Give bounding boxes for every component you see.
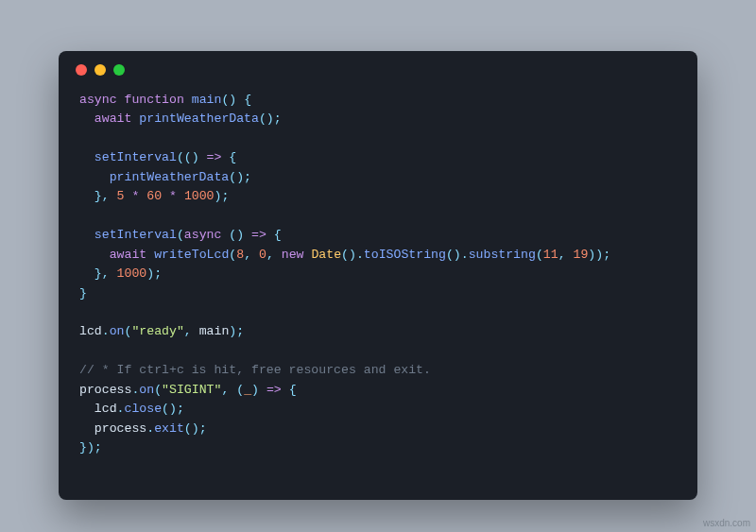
code-line: });: [79, 440, 102, 455]
code-line: printWeatherData();: [79, 170, 251, 184]
close-icon[interactable]: [76, 64, 87, 76]
code-line: setInterval(() => {: [79, 150, 236, 164]
code-line: lcd.close();: [79, 402, 184, 416]
code-line: setInterval(async () => {: [79, 228, 282, 242]
code-line: }, 1000);: [79, 266, 162, 281]
code-window: async function main() { await printWeath…: [59, 51, 697, 500]
minimize-icon[interactable]: [94, 64, 106, 76]
zoom-icon[interactable]: [113, 64, 125, 76]
code-line: await writeToLcd(8, 0, new Date().toISOS…: [79, 248, 610, 262]
code-line: await printWeatherData();: [79, 112, 282, 126]
code-line: }: [79, 286, 87, 300]
code-line: process.on("SIGINT", (_) => {: [79, 383, 297, 397]
code-line: // * If ctrl+c is hit, free resources an…: [79, 363, 431, 377]
code-line: }, 5 * 60 * 1000);: [79, 189, 229, 203]
code-line: lcd.on("ready", main);: [79, 324, 244, 338]
titlebar: [59, 51, 697, 81]
watermark: wsxdn.com: [703, 518, 750, 528]
code-line: async function main() {: [79, 93, 251, 107]
code-block: async function main() { await printWeath…: [59, 81, 697, 479]
code-line: process.exit();: [79, 421, 207, 436]
